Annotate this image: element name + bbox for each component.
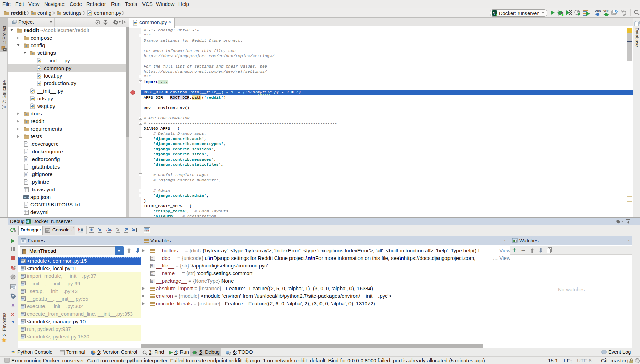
- svg-text:dj: dj: [26, 220, 29, 223]
- svg-text:VCS: VCS: [595, 9, 601, 13]
- svg-text:JSON: JSON: [24, 196, 29, 199]
- svg-text:dj: dj: [493, 11, 495, 15]
- svg-text:VCS: VCS: [603, 9, 609, 13]
- svg-text:01: 01: [151, 281, 153, 283]
- svg-text:01: 01: [151, 274, 153, 275]
- svg-text:01: 01: [151, 266, 153, 268]
- svg-text:01: 01: [151, 259, 153, 260]
